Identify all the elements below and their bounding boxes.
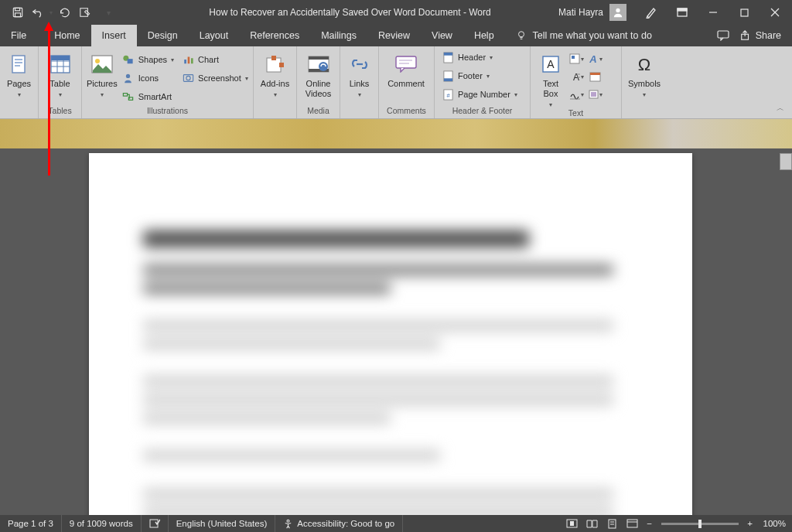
wordart-icon: A [588,53,599,64]
status-accessibility-label: Accessibility: Good to go [297,519,394,528]
view-print-button[interactable] [603,516,623,531]
svg-point-35 [186,76,189,80]
table-icon [49,53,72,76]
date-time-button[interactable] [586,69,603,84]
signature-icon [569,89,581,100]
zoom-thumb[interactable] [698,520,702,528]
zoom-slider[interactable] [661,523,739,525]
status-words[interactable]: 9 of 1009 words [62,515,142,532]
zoom-level-label: 100% [763,519,786,528]
table-button[interactable]: Table ▾ [43,49,77,98]
tab-view[interactable]: View [421,25,463,46]
page-number-button[interactable]: # Page Number▾ [439,86,525,103]
icons-button[interactable]: Icons [119,70,177,87]
dropcap-button[interactable]: A▾ [568,69,585,84]
chart-button[interactable]: Chart [179,51,251,68]
screenshot-label: Screenshot [198,73,241,83]
footer-button[interactable]: Footer▾ [439,67,525,84]
ribbon-display-button[interactable] [668,2,696,23]
zoom-out-button[interactable]: − [643,519,657,528]
status-language[interactable]: English (United States) [169,515,276,532]
maximize-button[interactable] [730,2,758,23]
comment-icon [394,53,418,76]
close-button[interactable] [761,2,789,23]
title-bar: ▾ ▾ How to Recover an Accidentally Saved… [0,0,792,25]
save-button[interactable] [9,4,26,21]
tab-layout[interactable]: Layout [189,25,240,46]
tab-mailings[interactable]: Mailings [310,25,367,46]
account-control[interactable]: Mati Hayra [558,4,626,21]
tab-file[interactable]: File [0,25,37,46]
tab-review[interactable]: Review [367,25,421,46]
group-label-comments: Comments [379,106,434,118]
addins-button[interactable]: Add-ins ▾ [258,49,292,98]
view-focus-button[interactable] [562,516,582,531]
view-read-button[interactable] [582,516,603,531]
status-page[interactable]: Page 1 of 3 [0,515,62,532]
pictures-button[interactable]: Pictures ▾ [87,49,118,98]
book-icon [586,519,598,528]
chart-icon [182,53,194,66]
svg-rect-1 [15,8,20,11]
comments-pane-button[interactable] [717,30,729,41]
addins-label: Add-ins [261,79,289,88]
minimize-button[interactable] [699,2,727,23]
status-bar: Page 1 of 3 9 of 1009 words English (Uni… [0,515,792,532]
highlight-band [0,119,792,148]
wordart-button[interactable]: A▾ [586,51,603,66]
zoom-in-button[interactable]: + [743,519,757,528]
share-icon [740,30,751,41]
tab-design[interactable]: Design [137,25,189,46]
pages-button[interactable]: Pages ▾ [5,49,33,98]
editor-button[interactable] [76,4,93,21]
symbols-button[interactable]: Ω Symbols ▾ [626,49,662,98]
svg-rect-17 [15,65,20,66]
svg-rect-50 [444,78,452,81]
tab-insert[interactable]: Insert [91,25,137,46]
screenshot-button[interactable]: Screenshot▾ [179,70,251,87]
shapes-button[interactable]: Shapes▾ [119,51,177,68]
share-button[interactable]: Share [740,30,781,41]
document-page[interactable] [89,153,692,515]
scrollbar-stub[interactable] [780,153,792,170]
quick-parts-button[interactable]: ▾ [568,51,585,66]
tab-help[interactable]: Help [463,25,505,46]
svg-rect-14 [12,56,25,73]
svg-rect-3 [80,9,87,17]
document-content-blurred [143,230,638,515]
comment-button[interactable]: Comment [384,49,428,88]
svg-rect-48 [444,52,452,55]
tab-home[interactable]: Home [43,25,90,46]
header-button[interactable]: Header▾ [439,49,525,66]
omega-icon: Ω [633,53,656,76]
textbox-button[interactable]: A Text Box ▾ [535,49,566,108]
status-accessibility[interactable]: Accessibility: Good to go [275,515,403,532]
svg-rect-33 [191,58,193,63]
svg-rect-44 [396,56,416,68]
tell-me-search[interactable]: Tell me what you want to do [505,25,652,46]
chevron-down-icon: ▾ [358,91,361,98]
signature-button[interactable]: ▾ [568,87,585,102]
status-spellcheck[interactable] [142,515,169,532]
undo-dropdown-caret[interactable]: ▾ [50,9,53,16]
zoom-level[interactable]: 100% [757,519,792,528]
quick-access-toolbar: ▾ ▾ [0,4,111,21]
svg-point-4 [616,9,620,12]
drawing-tools-button[interactable] [637,2,665,23]
undo-button[interactable] [29,4,46,21]
redo-icon [59,7,70,18]
spellcheck-icon [149,519,160,528]
svg-text:A: A [589,53,596,64]
smartart-button[interactable]: SmartArt [119,88,177,105]
online-videos-button[interactable]: Online Videos [302,49,335,98]
tell-me-label: Tell me what you want to do [533,30,652,41]
tab-references[interactable]: References [239,25,310,46]
undo-icon [32,7,44,18]
redo-button[interactable] [56,4,73,21]
svg-rect-12 [718,31,729,38]
svg-rect-37 [271,56,276,60]
view-web-button[interactable] [623,516,643,531]
collapse-ribbon-button[interactable]: ︿ [777,103,784,114]
links-button[interactable]: Links ▾ [345,49,374,98]
object-button[interactable]: ▾ [586,87,603,102]
